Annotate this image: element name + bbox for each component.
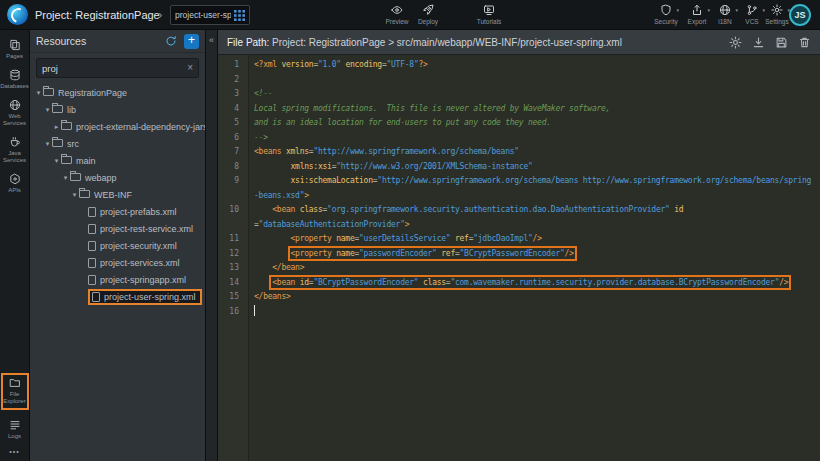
code-line[interactable]: 14 <bean id="BCryptPasswordEncoder" clas… <box>218 276 820 291</box>
folder-icon <box>52 139 63 147</box>
code-line[interactable]: 1<?xml version="1.0" encoding="UTF-8"?> <box>218 58 820 73</box>
code-line-text: and is an ideal location for end-users t… <box>248 116 551 131</box>
code-line[interactable]: 3<!-- <box>218 87 820 102</box>
code-line[interactable]: 11 <property name="userDetailsService" r… <box>218 232 820 247</box>
tree-item-file[interactable]: project-springapp.xml <box>30 271 205 288</box>
file-icon <box>88 275 96 285</box>
deploy-button[interactable]: Deploy <box>412 3 444 25</box>
code-line[interactable]: 16 <box>218 305 820 320</box>
code-line[interactable]: 15</beans> <box>218 290 820 305</box>
tree-item-folder[interactable]: ▾RegistrationPage <box>30 84 205 101</box>
line-number: 3 <box>218 87 248 102</box>
refresh-icon <box>165 35 177 47</box>
tree-item-body: RegistrationPage <box>43 88 127 98</box>
code-line-text: </bean> <box>248 261 304 276</box>
tree-item-file[interactable]: project-prefabs.xml <box>30 203 205 220</box>
code-line-text: <property name="passwordEncoder" ref="BC… <box>248 247 574 262</box>
user-avatar[interactable]: JS <box>789 4 811 26</box>
line-number: 8 <box>218 160 248 175</box>
security-menu[interactable]: ▾ Security <box>650 3 682 25</box>
line-number: 12 <box>218 247 248 262</box>
tree-item-folder[interactable]: ▸project-external-dependency-jars <box>30 118 205 135</box>
line-number <box>218 218 248 233</box>
expanded-arrow-icon[interactable]: ▾ <box>61 174 70 182</box>
branch-icon <box>746 4 758 16</box>
code-line[interactable]: -beans.xsd"> <box>218 189 820 204</box>
wavemaker-logo[interactable] <box>7 4 28 25</box>
tree-item-file[interactable]: project-services.xml <box>30 254 205 271</box>
more-options-icon[interactable]: ••• <box>9 448 19 455</box>
file-icon <box>88 258 96 268</box>
code-line[interactable]: ="databaseAuthenticationProvider"> <box>218 218 820 233</box>
sidebar-item-label: APIs <box>8 187 21 194</box>
clear-search-icon[interactable]: × <box>187 63 193 73</box>
line-number: 7 <box>218 145 248 160</box>
collapse-panel-icon[interactable]: « <box>206 30 217 50</box>
sidebar-item-java-services[interactable]: Java Services <box>1 136 29 164</box>
save-button[interactable] <box>775 36 788 49</box>
tree-item-file[interactable]: project-security.xml <box>30 237 205 254</box>
folder-icon <box>70 173 81 181</box>
expanded-arrow-icon[interactable]: ▾ <box>43 106 52 114</box>
preview-button[interactable]: Preview <box>381 3 413 25</box>
code-line[interactable]: 2 <box>218 73 820 88</box>
expanded-arrow-icon[interactable]: ▾ <box>43 140 52 148</box>
save-icon <box>775 36 788 49</box>
tree-item-body: project-external-dependency-jars <box>61 122 205 132</box>
sidebar-item-web-services[interactable]: Web Services <box>1 99 29 127</box>
code-line-text: <property name="userDetailsService" ref=… <box>248 232 542 247</box>
code-line[interactable]: 7<beans xmlns="http://www.springframewor… <box>218 145 820 160</box>
code-line[interactable]: 9 xsi:schemaLocation="http://www.springf… <box>218 174 820 189</box>
sidebar-item-logs[interactable]: Logs <box>1 419 29 440</box>
open-file-tab[interactable]: project-user-spring.... <box>170 5 250 25</box>
eye-icon <box>391 4 403 16</box>
project-title: Project: RegistrationPage <box>35 9 160 21</box>
sidebar-item-label: File Explorer <box>3 391 27 405</box>
sidebar-item-file-explorer[interactable]: File Explorer <box>1 373 29 410</box>
delete-button[interactable] <box>798 36 811 49</box>
code-line[interactable]: 5and is an ideal location for end-users … <box>218 116 820 131</box>
line-number: 9 <box>218 174 248 189</box>
sidebar-item-apis[interactable]: APIs <box>1 173 29 194</box>
resources-panel: Resources + × ▾RegistrationPage▾lib▸proj… <box>30 30 206 461</box>
code-line[interactable]: 8 xmlns:xsi="http://www.w3.org/2001/XMLS… <box>218 160 820 175</box>
tree-item-folder[interactable]: ▾src <box>30 135 205 152</box>
tree-item-folder[interactable]: ▾lib <box>30 101 205 118</box>
code-line[interactable]: 13 </bean> <box>218 261 820 276</box>
panel-collapse-strip: « <box>206 30 218 461</box>
tutorials-button[interactable]: Tutorials <box>473 3 505 25</box>
refresh-button[interactable] <box>165 35 177 47</box>
collapsed-arrow-icon[interactable]: ▸ <box>52 123 61 131</box>
open-file-tab-label: project-user-spring.... <box>175 10 231 20</box>
code-line[interactable]: 12 <property name="passwordEncoder" ref=… <box>218 247 820 262</box>
sidebar-item-pages[interactable]: Pages <box>1 39 29 60</box>
code-line-text: <bean class="org.springframework.securit… <box>248 203 683 218</box>
tree-item-body: main <box>61 156 96 166</box>
code-area[interactable]: 1<?xml version="1.0" encoding="UTF-8"?>2… <box>218 55 820 461</box>
tree-item-label: RegistrationPage <box>58 88 127 98</box>
sidebar-item-databases[interactable]: Databases <box>1 69 29 90</box>
tree-item-folder[interactable]: ▾main <box>30 152 205 169</box>
tree-item-body: project-services.xml <box>88 258 180 268</box>
code-line-text: xmlns:xsi="http://www.w3.org/2001/XMLSch… <box>248 160 533 175</box>
editor-settings-button[interactable] <box>729 36 742 49</box>
i18n-label: i18N <box>718 18 731 25</box>
code-line[interactable]: 6--> <box>218 131 820 146</box>
search-input[interactable] <box>42 63 183 74</box>
download-button[interactable] <box>752 36 765 49</box>
tree-item-label: lib <box>67 105 76 115</box>
tree-item-file[interactable]: project-user-spring.xml <box>30 288 205 305</box>
tree-item-folder[interactable]: ▾webapp <box>30 169 205 186</box>
tree-item-file[interactable]: project-rest-service.xml <box>30 220 205 237</box>
expanded-arrow-icon[interactable]: ▾ <box>34 89 43 97</box>
code-line[interactable]: 4Local spring modifications. This file i… <box>218 102 820 117</box>
expanded-arrow-icon[interactable]: ▾ <box>52 157 61 165</box>
code-line-text: xsi:schemaLocation="http://www.springfra… <box>248 174 811 189</box>
folder-icon <box>43 88 54 96</box>
code-line[interactable]: 10 <bean class="org.springframework.secu… <box>218 203 820 218</box>
expanded-arrow-icon[interactable]: ▾ <box>70 191 79 199</box>
topbar: Project: RegistrationPage › project-user… <box>0 0 820 30</box>
line-number: 5 <box>218 116 248 131</box>
tree-item-folder[interactable]: ▾WEB-INF <box>30 186 205 203</box>
add-resource-button[interactable]: + <box>184 34 199 49</box>
